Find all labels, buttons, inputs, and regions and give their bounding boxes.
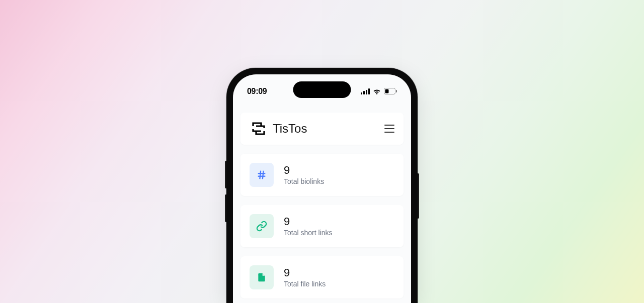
status-icons: [361, 88, 397, 94]
phone-side-button: [418, 173, 419, 219]
svg-point-4: [376, 93, 378, 94]
dynamic-island: [293, 81, 351, 98]
svg-rect-0: [361, 92, 362, 94]
status-time: 09:09: [247, 87, 267, 96]
hamburger-line: [384, 125, 394, 126]
svg-line-11: [263, 171, 264, 179]
card-value: 9: [284, 216, 332, 228]
card-icon-box: [250, 163, 274, 187]
phone-frame: 09:09: [226, 68, 418, 303]
hamburger-line: [384, 128, 394, 129]
phone-screen: 09:09: [233, 74, 411, 303]
card-label: Total file links: [284, 280, 326, 288]
svg-rect-1: [363, 91, 365, 94]
svg-rect-3: [368, 88, 370, 94]
link-icon: [256, 221, 267, 232]
svg-line-10: [260, 171, 261, 179]
app-header: TisTos: [240, 113, 404, 145]
logo-icon: [250, 120, 268, 138]
svg-rect-7: [396, 90, 397, 92]
menu-button[interactable]: [384, 125, 394, 133]
brand-logo[interactable]: TisTos: [250, 120, 307, 138]
svg-rect-6: [385, 89, 389, 93]
battery-icon: [384, 88, 397, 94]
card-label: Total biolinks: [284, 177, 324, 185]
wifi-icon: [373, 88, 381, 94]
card-value: 9: [284, 164, 324, 176]
stat-card-filelinks[interactable]: 9 Total file links: [240, 256, 404, 298]
hash-icon: [256, 169, 267, 180]
cellular-signal-icon: [361, 88, 370, 94]
file-icon: [257, 272, 267, 283]
svg-rect-2: [366, 90, 367, 94]
phone-mockup: 09:09: [226, 68, 418, 303]
card-label: Total short links: [284, 229, 332, 237]
stat-card-biolinks[interactable]: 9 Total biolinks: [240, 154, 404, 196]
stat-card-shortlinks[interactable]: 9 Total short links: [240, 205, 404, 247]
card-text: 9 Total short links: [284, 216, 332, 237]
hamburger-line: [384, 132, 394, 133]
content-area: TisTos: [233, 99, 411, 298]
card-value: 9: [284, 267, 326, 279]
stats-cards: 9 Total biolinks 9: [240, 154, 404, 298]
brand-name: TisTos: [273, 122, 307, 136]
card-text: 9 Total biolinks: [284, 164, 324, 185]
card-icon-box: [250, 214, 274, 238]
card-icon-box: [250, 265, 274, 289]
card-text: 9 Total file links: [284, 267, 326, 288]
